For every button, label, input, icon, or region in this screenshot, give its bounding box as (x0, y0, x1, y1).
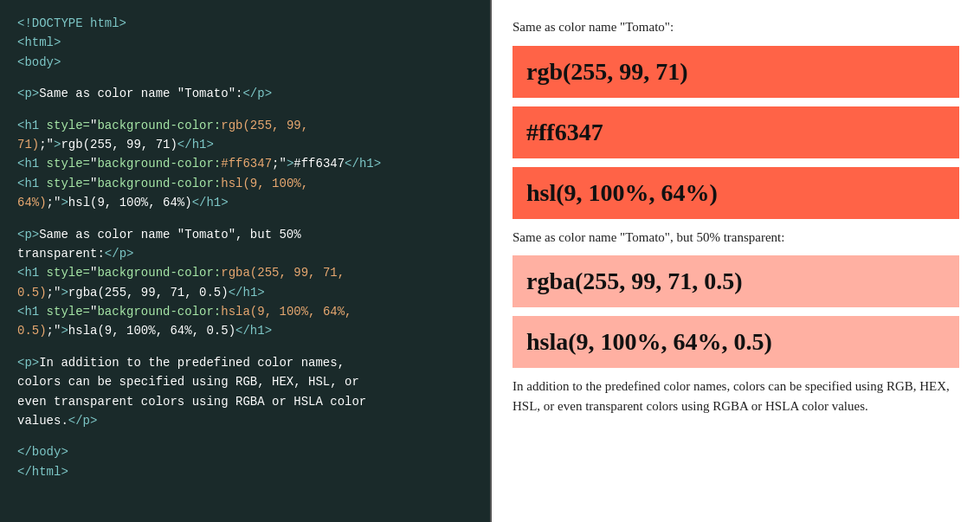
color-box-hex: #ff6347 (513, 106, 959, 158)
code-line-l21: colors can be specified using RGB, HEX, … (17, 372, 473, 391)
code-line-l1: <!DOCTYPE html> (17, 14, 473, 33)
code-line-l23: values.</p> (17, 411, 473, 430)
code-line-l22: even transparent colors using RGBA or HS… (17, 392, 473, 411)
footer-text: In addition to the predefined color name… (513, 377, 959, 416)
code-line-l18: 0.5);">hsla(9, 100%, 64%, 0.5)</h1> (17, 321, 473, 340)
code-editor: <!DOCTYPE html><html><body><p>Same as co… (0, 0, 490, 522)
code-line-l8: 71);">rgb(255, 99, 71)</h1> (17, 135, 473, 154)
code-line-l7: <h1 style="background-color:rgb(255, 99, (17, 116, 473, 135)
color-box-rgba: rgba(255, 99, 71, 0.5) (513, 255, 959, 307)
code-line-l16: 0.5);">rgba(255, 99, 71, 0.5)</h1> (17, 283, 473, 302)
code-line-l13: <p>Same as color name "Tomato", but 50% (17, 225, 473, 244)
code-line-l17: <h1 style="background-color:hsla(9, 100%… (17, 302, 473, 321)
preview-panel: Same as color name "Tomato": rgb(255, 99… (490, 0, 980, 522)
color-box-hsl: hsl(9, 100%, 64%) (513, 167, 959, 219)
color-box-hsla: hsla(9, 100%, 64%, 0.5) (513, 316, 959, 368)
code-line-l9: <h1 style="background-color:#ff6347;">#f… (17, 154, 473, 173)
code-line-l10: <h1 style="background-color:hsl(9, 100%, (17, 174, 473, 193)
code-line-l26: </html> (17, 462, 473, 481)
code-line-l5: <p>Same as color name "Tomato":</p> (17, 84, 473, 103)
code-line-l14: transparent:</p> (17, 244, 473, 263)
color-box-rgb: rgb(255, 99, 71) (513, 46, 959, 98)
code-line-l2: <html> (17, 33, 473, 52)
code-line-l25: </body> (17, 442, 473, 461)
code-line-l15: <h1 style="background-color:rgba(255, 99… (17, 263, 473, 282)
transparent-label: Same as color name "Tomato", but 50% tra… (513, 228, 959, 248)
intro-text: Same as color name "Tomato": (513, 17, 959, 37)
code-line-l11: 64%);">hsl(9, 100%, 64%)</h1> (17, 193, 473, 212)
code-line-l3: <body> (17, 53, 473, 72)
code-line-l20: <p>In addition to the predefined color n… (17, 353, 473, 372)
